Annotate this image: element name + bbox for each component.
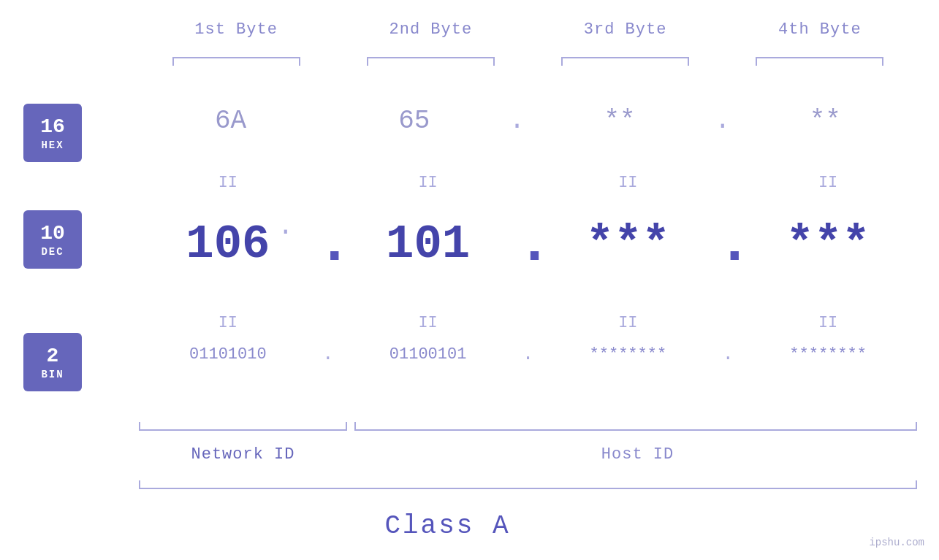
dec-b1: 106: [139, 218, 317, 271]
bin-badge-num: 2: [47, 344, 59, 369]
dec-badge: 10 DEC: [23, 210, 82, 269]
dec-dot-3: .: [717, 215, 739, 274]
host-bracket: [354, 422, 917, 431]
bracket-seg-1: [139, 57, 333, 66]
hex-badge: 16 HEX: [23, 104, 82, 162]
dec-b2: 101: [339, 218, 517, 271]
eq1-b2: II: [339, 174, 517, 192]
eq2-b1: II: [139, 314, 317, 332]
equals-row-1: II II II II: [139, 174, 917, 192]
eq2-b4: II: [739, 314, 917, 332]
byte2-header: 2nd Byte: [333, 20, 528, 39]
bin-b4: ********: [739, 345, 917, 364]
eq2-b3: II: [539, 314, 718, 332]
bin-dot-1: .: [317, 343, 339, 365]
bracket-line-3: [561, 57, 689, 66]
bin-badge-label: BIN: [41, 369, 64, 380]
equals-row-2: II II II II: [139, 314, 917, 332]
watermark: ipshu.com: [869, 537, 924, 548]
dec-b3: ***: [539, 218, 718, 271]
dec-dot-2: .: [517, 215, 539, 274]
bracket-line-1: [172, 57, 300, 66]
bracket-line-2: [367, 57, 495, 66]
dec-dot-1: .: [317, 215, 339, 274]
eq1-b1: II: [139, 174, 317, 192]
network-bracket: [139, 422, 347, 431]
byte1-header: 1st Byte: [139, 20, 333, 39]
hex-row: 6A . 65 . ** . **: [139, 106, 917, 136]
eq1-b3: II: [539, 174, 718, 192]
eq1-b4: II: [739, 174, 917, 192]
bracket-seg-2: [333, 57, 528, 66]
bottom-brackets: [139, 422, 917, 431]
bin-badge: 2 BIN: [23, 333, 82, 391]
bin-b2: 01100101: [339, 345, 517, 364]
main-container: 1st Byte 2nd Byte 3rd Byte 4th Byte 16 H…: [0, 0, 939, 560]
bin-b1: 01101010: [139, 345, 317, 364]
class-bracket: [139, 480, 917, 489]
hex-badge-label: HEX: [41, 139, 64, 151]
dec-b4: ***: [739, 218, 917, 271]
bin-dot-2: .: [517, 343, 539, 365]
bracket-seg-4: [723, 57, 917, 66]
bin-dot-3: .: [717, 343, 739, 365]
host-id-label: Host ID: [358, 445, 917, 464]
byte3-header: 3rd Byte: [528, 20, 723, 39]
bin-b3: ********: [539, 345, 718, 364]
hex-b1: 6A: [139, 106, 322, 136]
hex-b2: 65: [322, 106, 506, 136]
bracket-seg-3: [528, 57, 723, 66]
hex-b4: **: [734, 106, 917, 136]
hex-dot-3: .: [712, 106, 734, 136]
byte4-header: 4th Byte: [723, 20, 917, 39]
dec-badge-num: 10: [40, 221, 65, 246]
bracket-line-4: [756, 57, 883, 66]
network-id-label: Network ID: [139, 445, 347, 464]
dec-row: 106 . 101 . *** . ***: [139, 215, 917, 274]
hex-dot-2: .: [506, 106, 528, 136]
top-brackets: [139, 57, 917, 66]
eq2-b2: II: [339, 314, 517, 332]
class-label: Class A: [0, 511, 895, 541]
dec-badge-label: DEC: [41, 246, 64, 258]
hex-b3: **: [528, 106, 712, 136]
bin-row: 01101010 . 01100101 . ******** . *******…: [139, 343, 917, 365]
byte-headers: 1st Byte 2nd Byte 3rd Byte 4th Byte: [139, 20, 917, 39]
hex-badge-num: 16: [40, 115, 65, 139]
